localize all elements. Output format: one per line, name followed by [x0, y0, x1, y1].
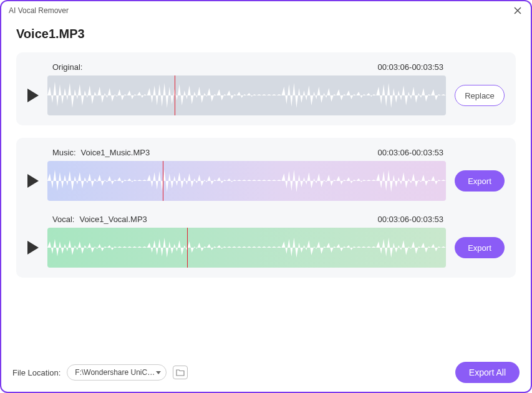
footer: File Location: F:\Wondershare UniConvert…	[1, 354, 531, 392]
file-name: Voice1.MP3	[16, 27, 516, 41]
window-title: AI Vocal Remover	[9, 6, 512, 15]
track-original: Original: 00:03:06-00:03:53 Replace	[27, 62, 505, 115]
track-header: Original: 00:03:06-00:03:53	[27, 62, 505, 72]
waveform-icon	[47, 228, 446, 268]
play-button-original[interactable]	[27, 89, 39, 102]
waveform-music[interactable]	[47, 161, 446, 201]
play-button-vocal[interactable]	[27, 241, 39, 255]
track-filename: Voice1_Music.MP3	[81, 148, 150, 157]
folder-icon	[176, 369, 185, 376]
track-label: Original:	[52, 62, 82, 72]
track-label: Vocal:	[52, 215, 74, 224]
close-button[interactable]	[512, 5, 523, 16]
track-time: 00:03:06-00:03:53	[377, 148, 443, 157]
track-filename: Voice1_Vocal.MP3	[79, 215, 147, 224]
track-header: Music: Voice1_Music.MP3 00:03:06-00:03:5…	[27, 148, 505, 157]
track-time: 00:03:06-00:03:53	[377, 62, 443, 72]
track-music: Music: Voice1_Music.MP3 00:03:06-00:03:5…	[27, 148, 505, 201]
replace-button[interactable]: Replace	[455, 85, 505, 106]
stems-panel: Music: Voice1_Music.MP3 00:03:06-00:03:5…	[16, 138, 516, 278]
file-location-select[interactable]: F:\Wondershare UniConverte...	[67, 364, 167, 381]
content-area: Voice1.MP3 Original: 00:03:06-00:03:53	[1, 21, 531, 354]
waveform-vocal[interactable]	[47, 228, 446, 268]
export-all-button[interactable]: Export All	[455, 362, 520, 383]
waveform-icon	[47, 161, 446, 201]
export-button-vocal[interactable]: Export	[455, 237, 505, 258]
track-label: Music:	[52, 148, 76, 157]
original-panel: Original: 00:03:06-00:03:53 Replace	[16, 52, 516, 125]
waveform-icon	[47, 75, 446, 115]
app-window: AI Vocal Remover Voice1.MP3 Original: 00…	[0, 0, 532, 393]
track-header: Vocal: Voice1_Vocal.MP3 00:03:06-00:03:5…	[27, 215, 505, 224]
playhead-vocal[interactable]	[187, 228, 188, 268]
file-location-label: File Location:	[12, 368, 60, 377]
open-folder-button[interactable]	[173, 366, 188, 379]
track-time: 00:03:06-00:03:53	[377, 215, 443, 224]
titlebar: AI Vocal Remover	[1, 1, 531, 21]
export-button-music[interactable]: Export	[455, 170, 505, 192]
waveform-original[interactable]	[47, 75, 446, 115]
file-location-value: F:\Wondershare UniConverte...	[75, 368, 156, 377]
playhead-original[interactable]	[175, 75, 175, 115]
close-icon	[513, 6, 522, 15]
play-button-music[interactable]	[27, 174, 39, 188]
playhead-music[interactable]	[163, 161, 163, 201]
track-vocal: Vocal: Voice1_Vocal.MP3 00:03:06-00:03:5…	[27, 215, 505, 268]
chevron-down-icon	[156, 371, 161, 374]
